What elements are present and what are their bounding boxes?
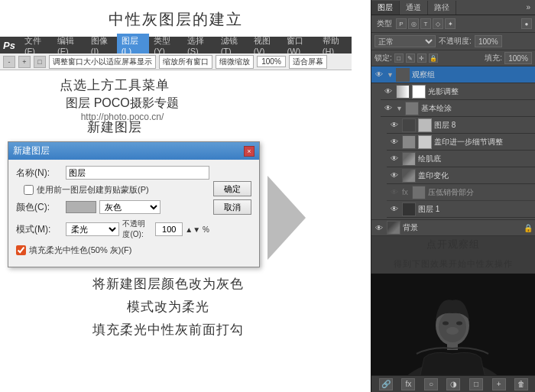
group-arrow-guanchazu[interactable]: ▼ — [387, 71, 394, 79]
dialog-use-prev-label: 使用前一图层创建剪贴蒙版(P) — [37, 184, 149, 196]
fill-input[interactable] — [504, 52, 532, 64]
eye-background[interactable]: 👁 — [374, 222, 384, 233]
new-layer-btn[interactable]: + — [492, 378, 506, 390]
step1-label: 点选上方工具菜单 — [0, 76, 229, 94]
layers-filter-row: 类型 P ◎ T ◇ ✦ ● — [371, 15, 535, 33]
eye-yadi[interactable]: 👁 — [389, 187, 400, 198]
opacity-input[interactable] — [475, 35, 502, 47]
layer-8[interactable]: 👁 图层 8 — [387, 117, 535, 134]
layer-group-jibenhuitu[interactable]: 👁 ▼ 基本绘涂 — [381, 100, 535, 117]
fx-btn[interactable]: fx — [401, 378, 415, 390]
filter-adj-icon[interactable]: ◎ — [408, 18, 419, 29]
layer-guangying[interactable]: 👁 光影调整 — [381, 83, 535, 100]
right-desc-2: 得到下图效果开始中性灰操作 — [371, 256, 535, 270]
zoom-in-icon[interactable]: + — [18, 56, 31, 68]
ps-menubar: Ps 文件(F) 编辑(E) 图像(I) 图层(L) 类型(Y) 选择(S) 滤… — [0, 37, 352, 53]
toolbar-resize-text[interactable]: 调整窗口大小以适应屏幕显示 — [49, 55, 156, 69]
lock-row: 锁定: □ ✎ ✛ 🔒 填充: — [371, 50, 535, 66]
filter-shape-icon[interactable]: ◇ — [433, 18, 443, 29]
eye-jibenhuitu[interactable]: 👁 — [383, 103, 394, 114]
lock-label: 锁定: — [374, 53, 392, 63]
link-layers-btn[interactable]: 🔗 — [379, 378, 393, 390]
dialog-mode-select[interactable]: 柔光 — [66, 222, 119, 236]
dialog-name-input[interactable] — [66, 166, 209, 180]
dialog-opacity-input[interactable] — [155, 222, 183, 236]
layer-name-layer1: 图层 1 — [418, 204, 533, 215]
dialog-ok-button[interactable]: 确定 — [213, 181, 251, 196]
filter-pixel-icon[interactable]: P — [396, 18, 407, 29]
eye-huijidi[interactable]: 👁 — [389, 154, 400, 164]
fx-icon: fx — [402, 188, 408, 196]
toolbar-fit-text[interactable]: 适合屏幕 — [289, 55, 327, 69]
dialog-color-label: 颜色(C): — [16, 201, 66, 214]
dialog-cancel-button[interactable]: 取消 — [213, 199, 251, 215]
eye-guangying[interactable]: 👁 — [383, 86, 394, 97]
layer-name-layer8: 图层 8 — [434, 120, 533, 131]
tab-layers[interactable]: 图层 — [371, 1, 400, 15]
svg-point-6 — [456, 322, 462, 326]
toolbar-fine-zoom-text[interactable]: 细微缩放 — [216, 55, 254, 69]
group-btn[interactable]: □ — [469, 378, 483, 390]
dialog-titlebar: 新建图层 × — [8, 142, 259, 160]
dialog-mode-label: 模式(M): — [16, 223, 66, 236]
dialog-color-swatch — [66, 201, 96, 213]
dialog-body: 名称(N): 使用前一图层创建剪贴蒙版(P) 颜色(C): 灰色 模式(M): — [8, 160, 259, 267]
layer-yadi[interactable]: 👁 fx 压低销骨部分 — [387, 184, 535, 201]
tab-paths[interactable]: 路径 — [428, 1, 456, 15]
mask-layer8 — [418, 118, 432, 132]
toolbar-zoom-all-text[interactable]: 缩放所有窗口 — [159, 55, 212, 69]
eye-layer1[interactable]: 👁 — [389, 204, 400, 215]
portrait-svg — [371, 274, 535, 392]
dialog-close-button[interactable]: × — [244, 146, 255, 157]
toolbar-zoom-value[interactable]: 100% — [257, 56, 286, 67]
bottom-label-3: 填充柔光中性灰前面打勾 — [0, 321, 336, 339]
layers-list: 👁 ▼ 观察组 👁 光影调整 👁 ▼ 基本绘涂 👁 图层 8 — [371, 66, 535, 219]
zoom-fit-icon[interactable]: □ — [34, 56, 46, 68]
lock-transparency-icon[interactable]: □ — [394, 53, 404, 63]
kind-icons: P ◎ T ◇ ✦ — [396, 18, 456, 29]
filter-text-icon[interactable]: T — [420, 18, 431, 29]
layer-name-jibenhuitu: 基本绘涂 — [421, 103, 533, 114]
dialog-color-row: 颜色(C): 灰色 — [16, 200, 209, 214]
eye-guanchazu[interactable]: 👁 — [374, 70, 384, 80]
lock-paint-icon[interactable]: ✎ — [406, 53, 415, 63]
dialog-color-select[interactable]: 灰色 — [99, 200, 160, 214]
filter-toggle[interactable]: ● — [521, 18, 532, 29]
layer-background[interactable]: 👁 背景 🔒 — [371, 219, 535, 236]
delete-layer-btn[interactable]: 🗑 — [514, 378, 528, 390]
layer-name-yadi: 压低销骨部分 — [428, 187, 533, 198]
dialog-fill-label: 填充柔光中性色(50% 灰)(F) — [29, 245, 131, 256]
layer-gaiyin[interactable]: 👁 盖印进一步细节调整 — [387, 134, 535, 151]
blend-mode-select[interactable]: 正常 — [374, 35, 436, 47]
thumb-yadi — [412, 186, 426, 199]
lock-move-icon[interactable]: ✛ — [417, 53, 426, 63]
layer-gaiyinbianhua[interactable]: 👁 盖印变化 — [387, 167, 535, 184]
dialog-fill-checkbox[interactable] — [16, 245, 26, 255]
panel-collapse-icon[interactable]: » — [521, 2, 535, 13]
lock-all-icon[interactable]: 🔒 — [429, 53, 438, 63]
ps-toolbar: - + □ 调整窗口大小以适应屏幕显示 缩放所有窗口 细微缩放 100% 适合屏… — [0, 53, 352, 70]
fill-label: 填充: — [485, 53, 502, 63]
eye-gaiyinbianhua[interactable]: 👁 — [389, 170, 400, 181]
group-arrow-jibenhuitu[interactable]: ▼ — [396, 105, 403, 112]
tab-channels[interactable]: 通道 — [400, 1, 428, 15]
mask-btn[interactable]: ○ — [424, 378, 438, 390]
dialog-use-prev-checkbox[interactable] — [24, 185, 34, 195]
filter-smart-icon[interactable]: ✦ — [445, 18, 456, 29]
thumb-guangying — [396, 85, 410, 99]
layer-huijidi[interactable]: 👁 绘肌底 — [387, 151, 535, 167]
blend-row: 正常 不透明度: — [371, 33, 535, 50]
opacity-stepper[interactable]: ▲▼ — [185, 225, 200, 234]
filter-label: 类型 — [374, 18, 394, 30]
dialog-name-row: 名称(N): — [16, 166, 209, 180]
layer-group-guanchazu[interactable]: 👁 ▼ 观察组 — [371, 66, 535, 83]
zoom-out-icon[interactable]: - — [3, 56, 15, 68]
layer-1[interactable]: 👁 图层 1 — [387, 201, 535, 218]
poco-title: 图层 POCO摄影专题 — [23, 96, 222, 112]
eye-gaiyin[interactable]: 👁 — [389, 137, 400, 147]
eye-layer8[interactable]: 👁 — [389, 120, 400, 131]
page-title: 中性灰图层的建立 — [0, 9, 352, 30]
bottom-label-1: 将新建图层颜色改为灰色 — [0, 275, 336, 293]
thumb-background — [387, 221, 400, 235]
adjustment-btn[interactable]: ◑ — [446, 378, 460, 390]
